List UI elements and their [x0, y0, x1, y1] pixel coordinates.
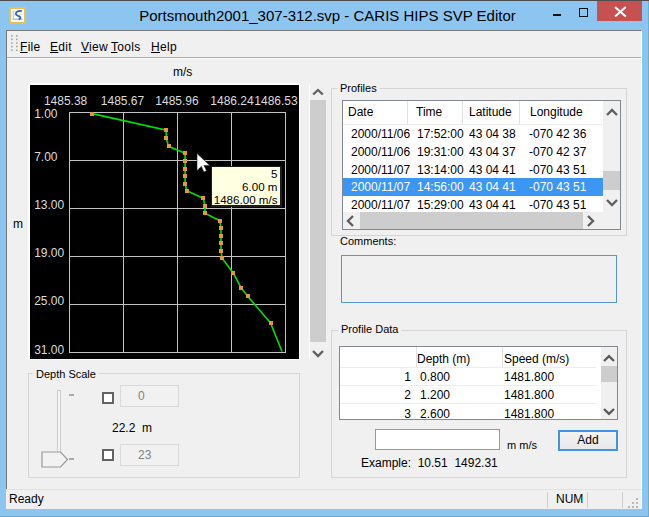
- svg-text:1486.00 m/s: 1486.00 m/s: [214, 193, 278, 206]
- svg-text:1485.96: 1485.96: [155, 94, 199, 108]
- svg-text:1.00: 1.00: [34, 107, 58, 121]
- svg-text:1486.53: 1486.53: [254, 94, 298, 108]
- svg-text:19.00: 19.00: [34, 246, 64, 260]
- svg-text:6.00 m: 6.00 m: [242, 180, 277, 193]
- svg-text:1485.67: 1485.67: [101, 94, 145, 108]
- svg-text:7.00: 7.00: [34, 150, 58, 164]
- svg-text:25.00: 25.00: [34, 294, 64, 308]
- svg-text:5: 5: [271, 167, 277, 180]
- svg-text:13.00: 13.00: [34, 198, 64, 212]
- svg-text:31.00: 31.00: [34, 343, 64, 357]
- svg-text:1486.24: 1486.24: [210, 94, 254, 108]
- svg-text:1485.38: 1485.38: [44, 94, 88, 108]
